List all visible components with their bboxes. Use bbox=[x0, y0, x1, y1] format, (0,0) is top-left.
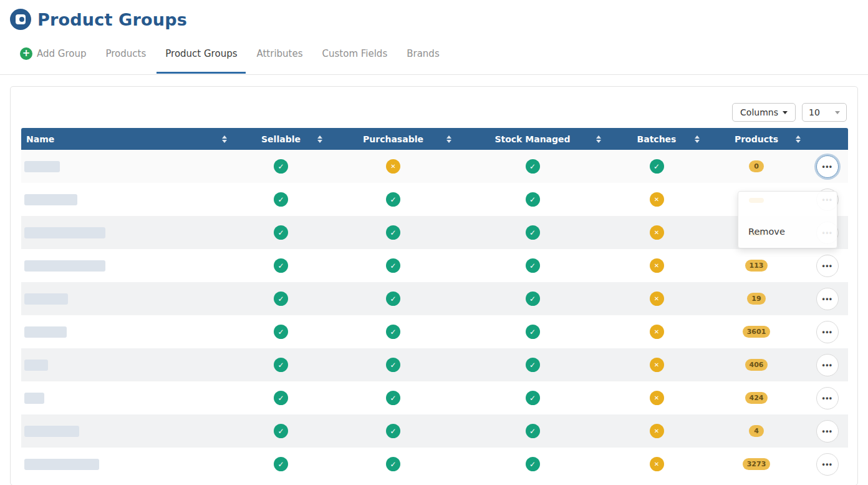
status-icon-batches bbox=[650, 391, 664, 405]
status-icon-batches bbox=[650, 358, 664, 372]
redacted-name bbox=[24, 227, 105, 238]
table-row: 406 bbox=[21, 348, 848, 381]
redacted-name bbox=[24, 459, 99, 470]
status-icon-stock-managed bbox=[526, 325, 540, 339]
app-logo-inner bbox=[16, 14, 26, 24]
ellipsis-icon bbox=[822, 461, 832, 468]
row-actions-button[interactable] bbox=[816, 354, 839, 376]
status-icon-purchasable bbox=[386, 325, 400, 339]
add-icon bbox=[20, 47, 32, 60]
caret-down-icon bbox=[783, 111, 788, 114]
products-count-badge: 424 bbox=[745, 392, 768, 404]
status-icon-purchasable bbox=[386, 258, 400, 273]
row-actions-button[interactable] bbox=[816, 387, 839, 409]
status-icon-sellable bbox=[274, 225, 288, 240]
status-icon-purchasable bbox=[386, 424, 400, 438]
column-header-label: Name bbox=[26, 134, 54, 144]
products-count-badge: 3601 bbox=[743, 326, 771, 338]
page-title: Product Groups bbox=[37, 10, 187, 29]
sort-icon bbox=[596, 135, 601, 143]
status-icon-batches bbox=[650, 258, 664, 273]
column-header-purchasable[interactable]: Purchasable bbox=[329, 134, 458, 144]
ellipsis-icon bbox=[822, 328, 832, 336]
column-header-label: Batches bbox=[637, 134, 677, 144]
status-icon-sellable bbox=[274, 192, 288, 207]
app-logo-icon bbox=[10, 9, 31, 30]
redacted-name bbox=[24, 393, 44, 404]
status-icon-stock-managed bbox=[526, 192, 540, 207]
product-groups-table: Name Sellable Purchasable Stock Managed … bbox=[21, 128, 848, 481]
row-actions-button[interactable] bbox=[816, 288, 839, 310]
row-actions-button[interactable] bbox=[816, 321, 839, 343]
column-header-stock-managed[interactable]: Stock Managed bbox=[458, 134, 607, 144]
status-icon-stock-managed bbox=[526, 358, 540, 372]
column-header-label: Stock Managed bbox=[494, 134, 570, 144]
status-icon-batches bbox=[650, 457, 664, 471]
columns-dropdown-button[interactable]: Columns bbox=[732, 103, 796, 122]
status-icon-batches bbox=[650, 325, 664, 339]
status-icon-sellable bbox=[274, 258, 288, 273]
column-header-label: Products bbox=[735, 134, 778, 144]
status-icon-sellable bbox=[274, 358, 288, 372]
status-icon-sellable bbox=[274, 325, 288, 339]
status-icon-sellable bbox=[274, 424, 288, 438]
caret-down-icon bbox=[835, 111, 840, 114]
status-icon-stock-managed bbox=[526, 424, 540, 438]
products-count-badge: 113 bbox=[745, 260, 768, 272]
table-row: 19 bbox=[21, 282, 848, 315]
status-icon-batches bbox=[650, 225, 664, 240]
table-controls: Columns 10 bbox=[21, 103, 847, 122]
column-header-sellable[interactable]: Sellable bbox=[233, 134, 329, 144]
status-icon-purchasable bbox=[386, 457, 400, 471]
page-size-select[interactable]: 10 bbox=[802, 103, 847, 122]
status-icon-stock-managed bbox=[526, 159, 540, 174]
table-row: 0 bbox=[21, 150, 848, 183]
content-card: Columns 10 Name Sellable Purchasable Sto… bbox=[10, 86, 858, 485]
redacted-name bbox=[24, 161, 60, 172]
table-row: 113 bbox=[21, 249, 848, 282]
status-icon-purchasable bbox=[386, 391, 400, 405]
tab-products[interactable]: Products bbox=[97, 46, 155, 74]
status-icon-batches bbox=[650, 291, 664, 306]
status-icon-purchasable bbox=[386, 192, 400, 207]
column-header-label: Purchasable bbox=[363, 134, 423, 144]
table-header-row: Name Sellable Purchasable Stock Managed … bbox=[21, 128, 848, 150]
sort-icon bbox=[695, 135, 700, 143]
status-icon-purchasable bbox=[386, 358, 400, 372]
redacted-name bbox=[24, 260, 105, 272]
ellipsis-icon bbox=[822, 361, 832, 369]
status-icon-stock-managed bbox=[526, 291, 540, 306]
ellipsis-icon bbox=[822, 262, 832, 270]
add-group-label: Add Group bbox=[37, 48, 86, 59]
status-icon-purchasable bbox=[386, 225, 400, 240]
row-actions-button[interactable] bbox=[816, 420, 839, 443]
column-header-products[interactable]: Products bbox=[706, 134, 807, 144]
ellipsis-icon bbox=[822, 295, 832, 303]
status-icon-purchasable bbox=[386, 291, 400, 306]
products-count-badge: 0 bbox=[749, 160, 764, 172]
tab-attributes[interactable]: Attributes bbox=[248, 46, 311, 74]
products-count-badge: 3273 bbox=[743, 458, 771, 470]
menu-item-remove[interactable]: Remove bbox=[738, 223, 837, 240]
tab-custom-fields[interactable]: Custom Fields bbox=[314, 46, 397, 74]
tab-bar: Add Group Products Product Groups Attrib… bbox=[0, 45, 868, 75]
status-icon-stock-managed bbox=[526, 391, 540, 405]
sort-icon bbox=[446, 135, 451, 143]
tab-brands[interactable]: Brands bbox=[398, 46, 448, 74]
add-group-button[interactable]: Add Group bbox=[11, 45, 95, 74]
sort-icon bbox=[317, 135, 322, 143]
page-size-value: 10 bbox=[809, 107, 820, 117]
table-row bbox=[21, 216, 848, 249]
sort-icon bbox=[796, 135, 801, 143]
tab-product-groups[interactable]: Product Groups bbox=[157, 46, 246, 74]
status-icon-sellable bbox=[274, 391, 288, 405]
row-actions-button[interactable] bbox=[816, 155, 839, 178]
products-count-badge: 406 bbox=[745, 359, 768, 371]
status-icon-purchasable bbox=[386, 159, 400, 174]
row-actions-button[interactable] bbox=[816, 453, 839, 476]
column-header-batches[interactable]: Batches bbox=[607, 134, 706, 144]
row-actions-button[interactable] bbox=[816, 255, 839, 277]
column-header-name[interactable]: Name bbox=[21, 134, 233, 144]
table-row: 4 bbox=[21, 414, 848, 448]
redacted-name bbox=[24, 293, 68, 305]
